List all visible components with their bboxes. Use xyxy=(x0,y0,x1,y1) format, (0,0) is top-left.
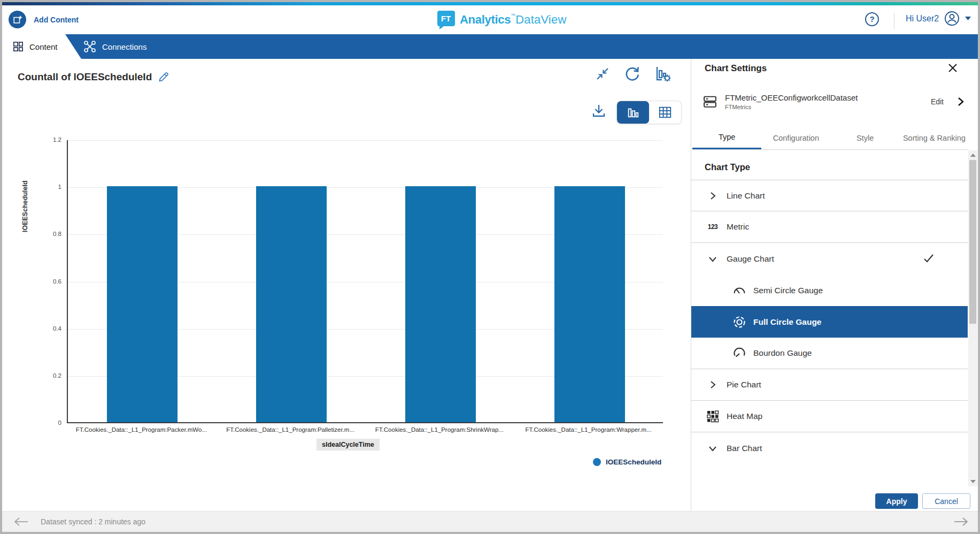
chart-type-label: Heat Map xyxy=(727,411,762,421)
app-window: Add Content FT Analytics™DataView ? Hi U… xyxy=(0,0,980,534)
chevron-right-icon xyxy=(705,190,720,201)
main-tabbar: Content Connections xyxy=(2,34,978,59)
full-gauge-icon xyxy=(732,315,747,329)
collapse-button[interactable] xyxy=(595,66,610,83)
chart-type-bourdon-gauge[interactable]: Bourdon Gauge xyxy=(691,338,968,369)
scrollbar-up-arrow[interactable] xyxy=(970,154,976,157)
chart-legend[interactable]: IOEEScheduleId xyxy=(593,458,661,466)
chart-type-semi-circle-gauge[interactable]: Semi Circle Gauge xyxy=(691,274,968,306)
user-avatar-icon xyxy=(944,10,960,27)
settings-panel-title: Chart Settings xyxy=(705,63,767,74)
chart-type-label: Pie Chart xyxy=(727,380,761,390)
dataset-edit-link[interactable]: Edit xyxy=(931,97,944,106)
svg-text:?: ? xyxy=(869,14,874,24)
collapse-icon xyxy=(595,66,610,81)
status-forward-arrow[interactable] xyxy=(953,517,968,527)
settings-tab-style[interactable]: Style xyxy=(831,126,900,149)
dataset-name: FTMetric_OEEConfigworkcellDataset xyxy=(725,93,931,102)
close-icon xyxy=(947,62,959,74)
x-category-label: FT.Cookies._Data::_L1_Program:Packer.mWo… xyxy=(76,426,207,433)
chart-config-button[interactable] xyxy=(654,65,672,85)
download-button[interactable] xyxy=(591,103,607,121)
chart-type-label: Bourdon Gauge xyxy=(753,348,812,358)
y-tick-label: 0.8 xyxy=(34,231,61,237)
chart-type-bar-chart[interactable]: Bar Chart xyxy=(691,432,968,464)
chart-type-pie-chart[interactable]: Pie Chart xyxy=(691,369,968,401)
tab-connections-label: Connections xyxy=(102,42,146,51)
settings-scrollbar[interactable] xyxy=(968,150,977,486)
download-icon xyxy=(591,103,607,119)
settings-tab-sorting-ranking[interactable]: Sorting & Ranking xyxy=(900,126,969,149)
cancel-button[interactable]: Cancel xyxy=(922,493,970,509)
table-view-toggle[interactable] xyxy=(649,101,681,124)
chart-type-scroll-area: Chart Type Line Chart123MetricGauge Char… xyxy=(691,150,968,486)
app-header: Add Content FT Analytics™DataView ? Hi U… xyxy=(2,5,978,34)
svg-text:FT: FT xyxy=(441,14,451,23)
y-tick-label: 1 xyxy=(34,184,61,190)
logo-trademark: ™ xyxy=(511,13,515,18)
table-view-icon xyxy=(658,105,673,120)
connections-icon xyxy=(83,40,96,53)
settings-tab-type[interactable]: Type xyxy=(692,126,761,149)
status-back-arrow[interactable] xyxy=(14,517,29,527)
app-logo: FT Analytics™DataView xyxy=(436,10,566,29)
pencil-icon xyxy=(157,71,170,83)
help-button[interactable]: ? xyxy=(864,11,880,29)
chart-type-full-circle-gauge[interactable]: Full Circle Gauge xyxy=(691,306,968,338)
dataset-icon xyxy=(703,95,717,109)
chart-title: Countall of lOEEScheduleId xyxy=(18,71,152,83)
chart-type-label: Gauge Chart xyxy=(727,254,774,264)
chart-type-label: Line Chart xyxy=(727,191,765,201)
gridline xyxy=(68,140,663,141)
content-grid-icon xyxy=(13,41,24,52)
x-axis-title: sIdealCycleTime xyxy=(317,439,380,451)
refresh-button[interactable] xyxy=(623,64,642,85)
add-content-button[interactable]: Add Content xyxy=(9,11,79,28)
dataset-row: FTMetric_OEEConfigworkcellDataset FTMetr… xyxy=(703,87,966,117)
ft-logo-badge: FT xyxy=(436,10,456,29)
caret-down-icon xyxy=(965,17,971,21)
status-bar: Dataset synced : 2 minutes ago xyxy=(2,511,978,532)
numeric-icon: 123 xyxy=(705,223,720,231)
chart-type-heat-map[interactable]: Heat Map xyxy=(691,401,968,432)
tab-connections[interactable]: Connections xyxy=(76,34,154,59)
scrollbar-thumb[interactable] xyxy=(969,160,976,324)
apply-button[interactable]: Apply xyxy=(875,493,918,509)
bar-4 xyxy=(554,186,625,422)
chart-type-heading: Chart Type xyxy=(705,162,968,172)
bourdon-gauge-icon xyxy=(732,346,747,360)
y-tick-label: 0.6 xyxy=(34,278,61,285)
y-tick-label: 0.2 xyxy=(34,372,61,379)
y-tick-label: 0 xyxy=(34,419,61,426)
user-menu[interactable]: Hi User2 xyxy=(906,10,971,27)
chart-type-metric[interactable]: 123Metric xyxy=(691,211,968,243)
chart-view-toggle[interactable] xyxy=(617,101,649,124)
heatmap-icon xyxy=(705,410,720,423)
logo-brand-text: Analytics xyxy=(460,13,511,26)
chevron-down-icon xyxy=(705,254,720,264)
status-text: Dataset synced : 2 minutes ago xyxy=(41,517,145,526)
settings-tabs: TypeConfigurationStyleSorting & Ranking xyxy=(692,126,969,150)
semi-gauge-icon xyxy=(732,284,747,297)
chart-type-gauge-chart[interactable]: Gauge Chart xyxy=(691,243,968,274)
bar-1 xyxy=(107,186,178,422)
chart-type-line-chart[interactable]: Line Chart xyxy=(691,180,968,211)
chart-settings-panel: Chart Settings FTMetric_OEEConfigworkcel… xyxy=(691,59,978,511)
scrollbar-down-arrow[interactable] xyxy=(970,480,976,483)
settings-tab-configuration[interactable]: Configuration xyxy=(761,126,830,149)
tab-content-label: Content xyxy=(29,42,58,51)
chart-type-label: Full Circle Gauge xyxy=(753,317,821,327)
logo-product-text: DataView xyxy=(515,13,566,26)
chart-config-icon xyxy=(654,65,672,83)
legend-label: IOEEScheduleId xyxy=(606,458,661,466)
y-tick-label: 1.2 xyxy=(34,136,61,143)
edit-title-button[interactable] xyxy=(157,71,170,86)
dataset-edit-chevron-icon[interactable] xyxy=(955,96,966,107)
x-category-label: FT.Cookies._Data::_L1_Program:Wrapper.m.… xyxy=(525,426,651,433)
chevron-down-icon xyxy=(705,443,720,454)
x-category-label: FT.Cookies._Data::_L1_Program:ShrinkWrap… xyxy=(375,426,504,433)
close-settings-button[interactable] xyxy=(947,62,960,75)
bar-chart-view-icon xyxy=(626,105,640,119)
legend-marker xyxy=(593,458,601,466)
tab-content[interactable]: Content xyxy=(2,34,81,59)
